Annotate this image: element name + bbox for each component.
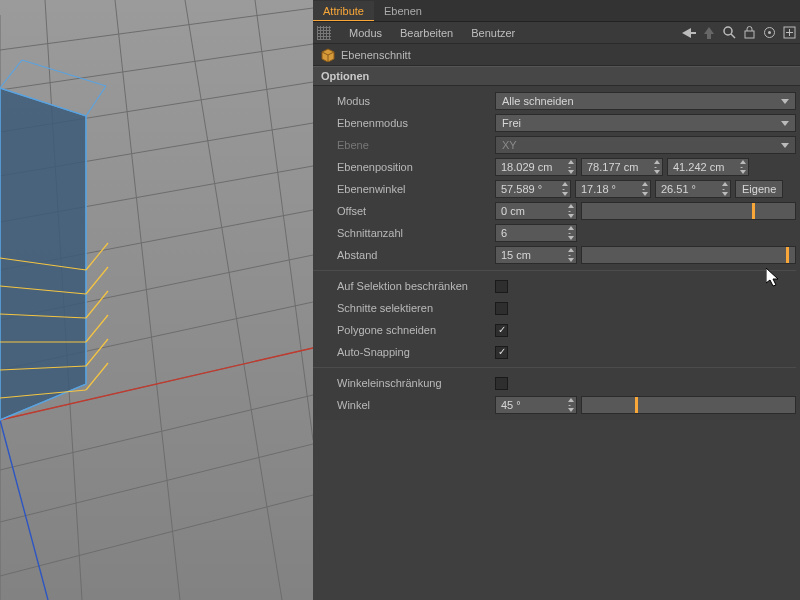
field-ebenenwinkel-p[interactable]: 17.18 ° [575,180,651,198]
field-ebenenposition-y[interactable]: 78.177 cm [581,158,663,176]
svg-point-47 [768,31,771,34]
label-ebenenposition: Ebenenposition [337,161,489,173]
attribute-panel: Attribute Ebenen Modus Bearbeiten Benutz… [313,0,800,600]
svg-line-24 [22,60,106,86]
svg-point-43 [724,27,732,35]
cube-icon [321,48,335,62]
label-auf-selektion: Auf Selektion beschränken [337,280,489,292]
svg-line-35 [86,291,108,318]
slider-offset[interactable] [581,202,796,220]
field-winkel[interactable]: 45 ° [495,396,577,414]
label-auto-snapping: Auto-Snapping [337,346,489,358]
back-arrow-icon[interactable] [682,26,696,40]
field-schnittanzahl[interactable]: 6 [495,224,577,242]
grid-icon[interactable] [317,26,331,40]
check-schnitte-selektieren[interactable] [495,302,508,315]
menu-modus[interactable]: Modus [341,24,390,42]
up-arrow-icon[interactable] [702,26,716,40]
svg-line-18 [0,420,48,600]
dropdown-modus[interactable]: Alle schneiden [495,92,796,110]
svg-line-44 [731,34,735,38]
check-polygone-schneiden[interactable] [495,324,508,337]
label-ebene: Ebene [337,139,489,151]
menu-benutzer[interactable]: Benutzer [463,24,523,42]
button-eigene[interactable]: Eigene [735,180,783,198]
label-winkeleinschraenkung: Winkeleinschränkung [337,377,489,389]
svg-line-9 [0,395,313,470]
label-ebenenmodus: Ebenenmodus [337,117,489,129]
slider-abstand[interactable] [581,246,796,264]
label-winkel: Winkel [337,399,489,411]
svg-line-37 [86,339,108,366]
label-ebenenwinkel: Ebenenwinkel [337,183,489,195]
viewport-3d[interactable] [0,0,313,600]
svg-line-36 [86,315,108,342]
label-polygone-schneiden: Polygone schneiden [337,324,489,336]
field-ebenenposition-z[interactable]: 41.242 cm [667,158,749,176]
menu-bearbeiten[interactable]: Bearbeiten [392,24,461,42]
field-ebenenwinkel-h[interactable]: 57.589 ° [495,180,571,198]
svg-marker-39 [682,28,691,38]
svg-marker-19 [0,88,86,420]
svg-line-14 [115,0,180,600]
check-auto-snapping[interactable] [495,346,508,359]
svg-line-10 [0,444,313,522]
label-schnittanzahl: Schnittanzahl [337,227,489,239]
lock-icon[interactable] [742,26,756,40]
field-ebenenposition-x[interactable]: 18.029 cm [495,158,577,176]
dropdown-ebenenmodus[interactable]: Frei [495,114,796,132]
add-icon[interactable] [782,26,796,40]
svg-line-11 [0,495,313,576]
search-icon[interactable] [722,26,736,40]
tab-attribute[interactable]: Attribute [313,1,374,21]
section-optionen[interactable]: Optionen [313,66,800,86]
dropdown-ebene: XY [495,136,796,154]
panel-tabs: Attribute Ebenen [313,0,800,22]
field-abstand[interactable]: 15 cm [495,246,577,264]
svg-line-16 [255,0,313,440]
field-offset[interactable]: 0 cm [495,202,577,220]
svg-line-25 [86,86,106,116]
svg-rect-45 [745,31,754,38]
field-ebenenwinkel-b[interactable]: 26.51 ° [655,180,731,198]
svg-rect-42 [707,34,711,39]
svg-line-33 [86,243,108,270]
svg-line-38 [86,363,108,390]
check-winkeleinschraenkung[interactable] [495,377,508,390]
label-abstand: Abstand [337,249,489,261]
check-auf-selektion[interactable] [495,280,508,293]
slider-winkel[interactable] [581,396,796,414]
object-titlebar: Ebenenschnitt [313,44,800,66]
label-modus: Modus [337,95,489,107]
tab-ebenen[interactable]: Ebenen [374,1,432,20]
svg-line-15 [185,0,282,600]
target-icon[interactable] [762,26,776,40]
label-schnitte-selektieren: Schnitte selektieren [337,302,489,314]
svg-line-34 [86,267,108,294]
svg-marker-41 [704,27,714,34]
svg-rect-40 [691,32,696,34]
label-offset: Offset [337,205,489,217]
svg-line-26 [0,60,22,88]
object-title: Ebenenschnitt [341,49,411,61]
panel-menubar: Modus Bearbeiten Benutzer [313,22,800,44]
